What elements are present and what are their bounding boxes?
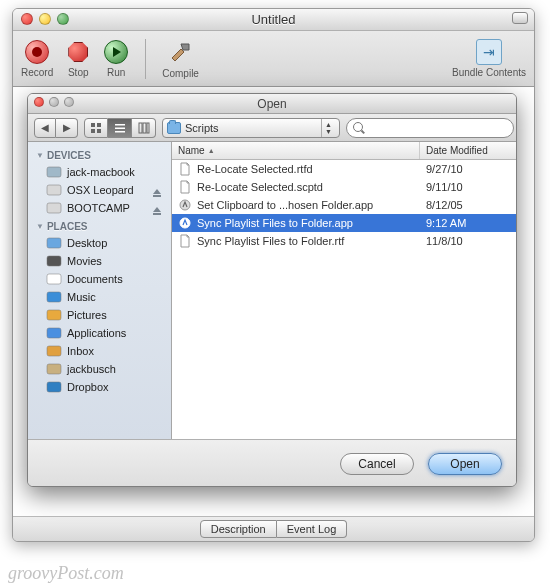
sidebar-item-place[interactable]: Movies — [28, 252, 171, 270]
zoom-icon — [64, 97, 74, 107]
sidebar-item-label: Inbox — [67, 345, 94, 357]
file-icon — [178, 162, 192, 176]
dialog-footer: Cancel Open — [28, 439, 516, 487]
file-date: 9/27/10 — [420, 163, 516, 175]
svg-rect-10 — [47, 167, 61, 177]
run-button[interactable]: Run — [103, 39, 129, 78]
stop-icon — [68, 42, 88, 62]
sidebar-item-label: jack-macbook — [67, 166, 135, 178]
zoom-icon[interactable] — [57, 13, 69, 25]
sidebar-item-label: Music — [67, 291, 96, 303]
search-field[interactable] — [346, 118, 514, 138]
sidebar-item-device[interactable]: OSX Leopard — [28, 181, 171, 199]
column-headers: Name▲ Date Modified — [172, 142, 516, 160]
sidebar-item-place[interactable]: Desktop — [28, 234, 171, 252]
list-view-button[interactable] — [108, 118, 132, 138]
svg-rect-9 — [147, 123, 149, 133]
tab-description[interactable]: Description — [200, 520, 277, 538]
docs-icon — [46, 272, 62, 286]
svg-rect-1 — [97, 123, 101, 127]
play-icon — [104, 40, 128, 64]
watermark: groovyPost.com — [8, 563, 124, 584]
column-name[interactable]: Name▲ — [172, 142, 420, 159]
svg-rect-16 — [47, 292, 61, 302]
svg-rect-20 — [47, 364, 61, 374]
open-button[interactable]: Open — [428, 453, 502, 475]
disclosure-icon: ▼ — [36, 151, 44, 160]
sidebar-item-place[interactable]: Applications — [28, 324, 171, 342]
sidebar-item-place[interactable]: Inbox — [28, 342, 171, 360]
music-icon — [46, 290, 62, 304]
dialog-title: Open — [28, 97, 516, 111]
bundle-label: Bundle Contents — [452, 67, 526, 78]
dialog-window-controls — [34, 97, 74, 107]
sidebar-item-place[interactable]: Pictures — [28, 306, 171, 324]
file-row[interactable]: Set Clipboard to ...hosen Folder.app8/12… — [172, 196, 516, 214]
svg-rect-11 — [47, 185, 61, 195]
sidebar-item-device[interactable]: jack-macbook — [28, 163, 171, 181]
stop-label: Stop — [68, 67, 89, 78]
file-icon — [178, 216, 192, 230]
svg-rect-4 — [115, 124, 125, 126]
file-date: 9:12 AM — [420, 217, 516, 229]
file-rows[interactable]: Re-Locate Selected.rtfd9/27/10Re-Locate … — [172, 160, 516, 439]
window-controls — [21, 13, 69, 25]
icon-view-button[interactable] — [84, 118, 108, 138]
back-button[interactable]: ◀ — [34, 118, 56, 138]
search-icon — [353, 122, 365, 134]
sidebar-item-place[interactable]: Dropbox — [28, 378, 171, 396]
record-button[interactable]: Record — [21, 39, 53, 78]
minimize-icon[interactable] — [39, 13, 51, 25]
pics-icon — [46, 308, 62, 322]
sidebar-item-place[interactable]: Music — [28, 288, 171, 306]
cancel-button[interactable]: Cancel — [340, 453, 414, 475]
sidebar-header-devices[interactable]: ▼DEVICES — [28, 146, 171, 163]
sidebar-item-device[interactable]: BOOTCAMP — [28, 199, 171, 217]
hdd-icon — [46, 201, 62, 215]
svg-rect-12 — [47, 203, 61, 213]
search-input[interactable] — [369, 122, 507, 134]
file-row[interactable]: Re-Locate Selected.rtfd9/27/10 — [172, 160, 516, 178]
compile-button[interactable]: Compile — [162, 38, 199, 79]
home-icon — [46, 362, 62, 376]
stop-button[interactable]: Stop — [65, 39, 91, 78]
column-date[interactable]: Date Modified — [420, 142, 516, 159]
eject-icon[interactable] — [153, 202, 167, 214]
open-dialog: Open ◀ ▶ Scripts ▲▼ ▼ — [27, 93, 517, 487]
column-view-button[interactable] — [132, 118, 156, 138]
forward-button[interactable]: ▶ — [56, 118, 78, 138]
sidebar-item-label: jackbusch — [67, 363, 116, 375]
close-icon[interactable] — [21, 13, 33, 25]
svg-rect-18 — [47, 328, 61, 338]
close-icon[interactable] — [34, 97, 44, 107]
tab-event-log[interactable]: Event Log — [277, 520, 348, 538]
dialog-toolbar: ◀ ▶ Scripts ▲▼ — [28, 114, 516, 142]
sidebar-item-label: Documents — [67, 273, 123, 285]
view-mode-group — [84, 118, 156, 138]
bundle-contents-button[interactable]: ⇥ Bundle Contents — [452, 39, 526, 78]
svg-rect-7 — [139, 123, 142, 133]
sort-asc-icon: ▲ — [208, 147, 215, 154]
path-selector[interactable]: Scripts ▲▼ — [162, 118, 340, 138]
file-icon — [178, 234, 192, 248]
file-row[interactable]: Sync Playlist Files to Folder.rtf11/8/10 — [172, 232, 516, 250]
file-icon — [178, 180, 192, 194]
sidebar-item-place[interactable]: jackbusch — [28, 360, 171, 378]
eject-icon[interactable] — [153, 184, 167, 196]
svg-rect-21 — [47, 382, 61, 392]
file-row[interactable]: Sync Playlist Files to Folder.app9:12 AM — [172, 214, 516, 232]
run-label: Run — [107, 67, 125, 78]
file-date: 11/8/10 — [420, 235, 516, 247]
apps-icon — [46, 326, 62, 340]
dialog-titlebar[interactable]: Open — [28, 94, 516, 114]
svg-rect-2 — [91, 129, 95, 133]
toolbar-toggle-icon[interactable] — [512, 12, 528, 24]
sidebar-item-place[interactable]: Documents — [28, 270, 171, 288]
sidebar-header-places[interactable]: ▼PLACES — [28, 217, 171, 234]
nav-group: ◀ ▶ — [34, 118, 78, 138]
record-icon — [25, 40, 49, 64]
folder-icon — [167, 122, 181, 134]
sidebar[interactable]: ▼DEVICES jack-macbookOSX LeopardBOOTCAMP… — [28, 142, 172, 439]
titlebar[interactable]: Untitled — [13, 9, 534, 31]
file-row[interactable]: Re-Locate Selected.scptd9/11/10 — [172, 178, 516, 196]
